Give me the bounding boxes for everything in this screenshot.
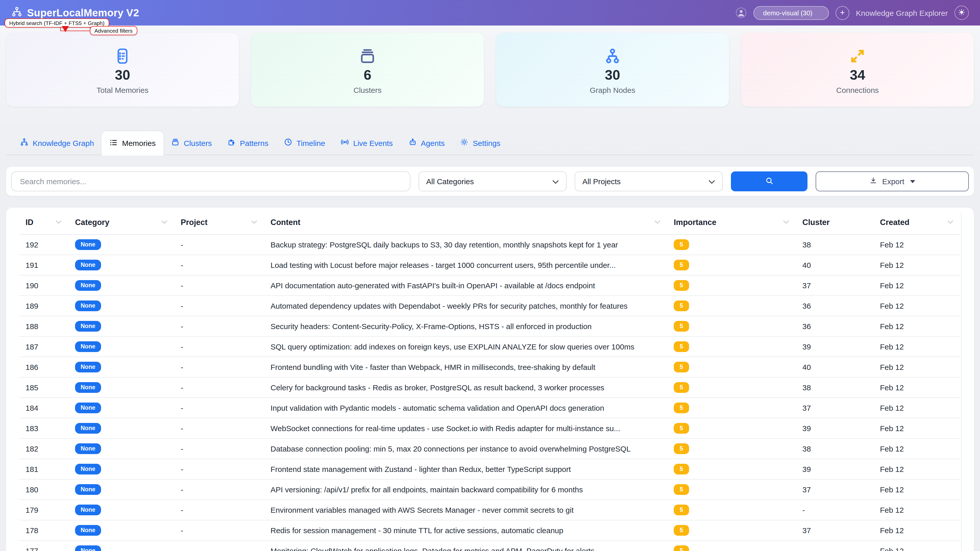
- cell-project: -: [175, 255, 264, 275]
- cell-importance: 5: [668, 255, 796, 275]
- table-row[interactable]: 180 None - API versioning: /api/v1/ pref…: [19, 479, 961, 500]
- tab-settings[interactable]: Settings: [452, 131, 508, 155]
- robot-icon: [408, 138, 417, 148]
- search-input[interactable]: [11, 171, 410, 191]
- sort-chevron-icon[interactable]: [161, 220, 167, 224]
- column-header-content[interactable]: Content: [264, 211, 668, 234]
- category-select[interactable]: All Categories: [418, 171, 566, 191]
- table-row[interactable]: 179 None - Environment variables managed…: [19, 500, 961, 520]
- table-scrollbar[interactable]: [961, 213, 962, 551]
- cell-cluster: -: [796, 500, 874, 520]
- cell-content: WebSocket connections for real-time upda…: [264, 418, 668, 438]
- tab-memories[interactable]: Memories: [102, 131, 163, 156]
- column-header-id[interactable]: ID: [19, 211, 69, 234]
- theme-toggle-button[interactable]: [955, 6, 969, 20]
- tab-label: Agents: [421, 138, 445, 147]
- project-select[interactable]: All Projects: [575, 171, 723, 191]
- cell-id: 191: [19, 255, 69, 275]
- table-row[interactable]: 184 None - Input validation with Pydanti…: [19, 398, 961, 418]
- search-button[interactable]: [731, 171, 808, 191]
- cell-id: 179: [19, 500, 69, 520]
- table-row[interactable]: 191 None - Load testing with Locust befo…: [19, 255, 961, 275]
- column-header-created[interactable]: Created: [874, 211, 961, 234]
- cell-cluster: 39: [796, 337, 874, 357]
- tab-patterns[interactable]: Patterns: [220, 131, 276, 155]
- importance-badge: 5: [674, 300, 689, 311]
- cell-cluster: 38: [796, 234, 874, 255]
- table-row[interactable]: 192 None - Backup strategy: PostgreSQL d…: [19, 234, 961, 255]
- stat-value: 30: [115, 68, 130, 83]
- importance-badge: 5: [674, 382, 689, 393]
- cell-cluster: 39: [796, 418, 874, 438]
- cell-created: Feb 12: [874, 520, 961, 540]
- profile-pill[interactable]: demo-visual (30): [753, 6, 829, 20]
- cell-category: None: [69, 438, 175, 459]
- tab-timeline[interactable]: Timeline: [276, 131, 333, 155]
- stat-label: Clusters: [353, 86, 382, 94]
- table-row[interactable]: 190 None - API documentation auto-genera…: [19, 275, 961, 295]
- table-row[interactable]: 186 None - Frontend bundling with Vite -…: [19, 357, 961, 377]
- cell-importance: 5: [668, 275, 796, 295]
- cell-category: None: [69, 275, 175, 295]
- cell-project: -: [175, 234, 264, 255]
- importance-badge: 5: [674, 260, 689, 270]
- column-header-project[interactable]: Project: [175, 211, 264, 234]
- cell-cluster: 40: [796, 357, 874, 377]
- tab-label: Knowledge Graph: [33, 138, 94, 147]
- download-icon: [870, 176, 878, 186]
- table-row[interactable]: 182 None - Database connection pooling: …: [19, 438, 961, 459]
- sort-chevron-icon[interactable]: [56, 220, 62, 224]
- app-title: SuperLocalMemory V2: [27, 7, 139, 19]
- table-row[interactable]: 181 None - Frontend state management wit…: [19, 459, 961, 479]
- table-row[interactable]: 187 None - SQL query optimization: add i…: [19, 337, 961, 357]
- cell-category: None: [69, 398, 175, 418]
- sort-chevron-icon[interactable]: [783, 220, 789, 224]
- tab-live-events[interactable]: Live Events: [333, 131, 401, 155]
- importance-badge: 5: [674, 362, 689, 372]
- cell-content: Redis for session management - 30 minute…: [264, 520, 668, 540]
- caret-down-icon: [910, 180, 915, 183]
- export-button[interactable]: Export: [816, 171, 969, 191]
- importance-badge: 5: [674, 403, 689, 413]
- cell-importance: 5: [668, 438, 796, 459]
- importance-badge: 5: [674, 525, 689, 536]
- column-header-category[interactable]: Category: [69, 211, 175, 234]
- cell-id: 180: [19, 479, 69, 500]
- category-badge: None: [75, 464, 101, 474]
- cell-project: -: [175, 275, 264, 295]
- top-bar: SuperLocalMemory V2 demo-visual (30) + K…: [0, 0, 980, 25]
- tab-knowledge-graph[interactable]: Knowledge Graph: [12, 131, 102, 155]
- sort-chevron-icon[interactable]: [947, 220, 953, 224]
- cell-category: None: [69, 540, 175, 551]
- tab-clusters[interactable]: Clusters: [163, 131, 220, 155]
- column-header-importance[interactable]: Importance: [668, 211, 796, 234]
- cell-category: None: [69, 234, 175, 255]
- sort-chevron-icon[interactable]: [251, 220, 257, 224]
- cell-project: -: [175, 540, 264, 551]
- cell-importance: 5: [668, 398, 796, 418]
- cell-cluster: 39: [796, 459, 874, 479]
- explorer-label[interactable]: Knowledge Graph Explorer: [856, 8, 948, 17]
- add-button[interactable]: +: [835, 6, 850, 20]
- cell-category: None: [69, 418, 175, 438]
- cell-id: 187: [19, 337, 69, 357]
- table-row[interactable]: 178 None - Redis for session management …: [19, 520, 961, 540]
- sort-chevron-icon[interactable]: [654, 220, 660, 224]
- cell-content: Frontend bundling with Vite - faster tha…: [264, 357, 668, 377]
- cell-created: Feb 12: [874, 357, 961, 377]
- table-row[interactable]: 185 None - Celery for background tasks -…: [19, 377, 961, 398]
- cell-project: -: [175, 500, 264, 520]
- cell-content: Automated dependency updates with Depend…: [264, 295, 668, 316]
- cell-content: Database connection pooling: min 5, max …: [264, 438, 668, 459]
- table-row[interactable]: 189 None - Automated dependency updates …: [19, 295, 961, 316]
- table-row[interactable]: 177 None - Monitoring: CloudWatch for ap…: [19, 540, 961, 551]
- column-header-cluster[interactable]: Cluster: [796, 211, 874, 234]
- cell-content: Monitoring: CloudWatch for application l…: [264, 540, 668, 551]
- cell-importance: 5: [668, 520, 796, 540]
- broadcast-icon: [340, 138, 349, 148]
- tab-agents[interactable]: Agents: [401, 131, 452, 155]
- table-row[interactable]: 183 None - WebSocket connections for rea…: [19, 418, 961, 438]
- tab-label: Memories: [122, 139, 156, 148]
- diagonal-arrows-icon: [848, 45, 867, 65]
- table-row[interactable]: 188 None - Security headers: Content-Sec…: [19, 316, 961, 337]
